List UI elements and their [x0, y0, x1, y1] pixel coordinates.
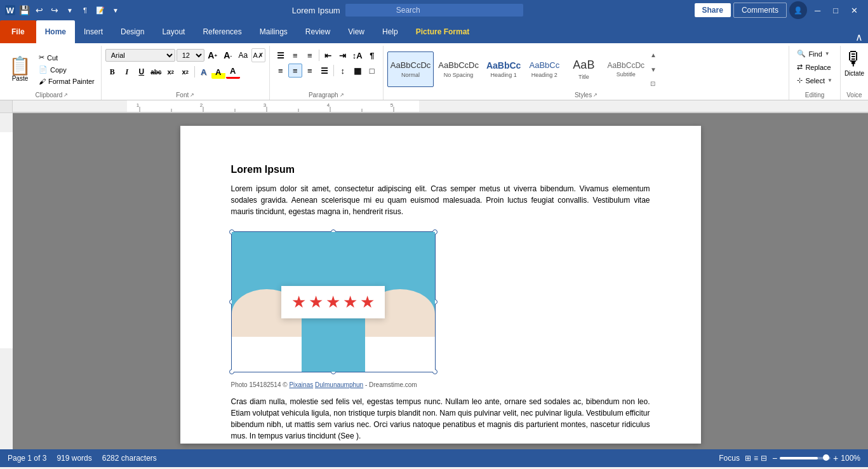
web-layout-button[interactable]: ⊟ [761, 454, 767, 463]
style-subtitle[interactable]: AaBbCcDc Subtitle [604, 51, 648, 87]
zoom-percent[interactable]: 100% [841, 454, 860, 463]
print-layout-button[interactable]: ⊞ [745, 454, 751, 463]
char-count[interactable]: 6282 characters [102, 454, 157, 463]
strikethrough-button[interactable]: abc [149, 65, 163, 79]
tab-insert[interactable]: Insert [75, 20, 112, 43]
more-options-button[interactable]: ▼ [110, 5, 121, 15]
tab-design[interactable]: Design [112, 20, 153, 43]
paste-icon: 📋 [9, 57, 31, 75]
decrease-indent-button[interactable]: ⇤ [321, 48, 335, 62]
word-count[interactable]: 919 words [57, 454, 91, 463]
user-avatar[interactable]: 👤 [789, 1, 807, 19]
format-painter-button[interactable]: 🖌 Format Painter [36, 76, 97, 86]
share-button[interactable]: Share [695, 3, 731, 17]
track-changes-button[interactable]: 📝 [95, 5, 105, 15]
tab-layout[interactable]: Layout [153, 20, 194, 43]
border-button[interactable]: □ [365, 64, 379, 78]
tab-view[interactable]: View [339, 20, 373, 43]
grow-font-button[interactable]: A+ [206, 48, 220, 62]
document-area[interactable]: Lorem Ipsum Lorem ipsum dolor sit amet, … [13, 113, 868, 449]
align-left-button[interactable]: ≡ [274, 64, 288, 78]
align-center-button[interactable]: ≡ [288, 64, 302, 78]
read-mode-button[interactable]: ≡ [754, 454, 758, 463]
paragraph-group-label[interactable]: Paragraph ↗ [274, 90, 379, 100]
style-heading1[interactable]: AaBbCc Heading 1 [483, 51, 524, 87]
caption-link-2[interactable]: Dulmunaumphun [315, 381, 363, 388]
tab-file[interactable]: File [0, 20, 36, 43]
zoom-in-button[interactable]: + [833, 453, 838, 463]
line-spacing-button[interactable]: ↕ [336, 64, 350, 78]
text-effects-button[interactable]: A [197, 65, 211, 79]
justify-button[interactable]: ☰ [317, 64, 331, 78]
zoom-slider[interactable] [780, 457, 831, 459]
search-input[interactable] [345, 4, 523, 17]
redo-button[interactable]: ↪ [50, 5, 60, 15]
change-case-button[interactable]: Aa [236, 48, 250, 62]
replace-button[interactable]: ⇄ Replace [793, 62, 836, 72]
tab-references[interactable]: References [194, 20, 250, 43]
subscript-button[interactable]: x2 [164, 65, 178, 79]
star-1: ★ [291, 292, 306, 312]
copy-button[interactable]: 📄 Copy [36, 64, 97, 75]
customize-quick-access-button[interactable]: ▼ [65, 5, 75, 15]
tab-help[interactable]: Help [373, 20, 407, 43]
style-no-spacing[interactable]: AaBbCcDc No Spacing [435, 51, 482, 87]
tab-review[interactable]: Review [297, 20, 339, 43]
undo-button[interactable]: ↩ [34, 5, 44, 15]
voice-group: 🎙 Dictate Voice [841, 46, 868, 100]
bold-button[interactable]: B [105, 65, 119, 79]
comments-button[interactable]: Comments [733, 3, 787, 18]
word-app-icon[interactable]: W [5, 5, 15, 15]
font-family-select[interactable]: Arial [105, 49, 175, 62]
font-color-button[interactable]: A [226, 65, 240, 79]
caption-link-1[interactable]: Pixainas [289, 381, 313, 388]
sort-button[interactable]: ↕A [351, 48, 364, 62]
italic-button[interactable]: I [120, 65, 134, 79]
show-markup-button[interactable]: ¶ [80, 5, 90, 15]
tab-mailings[interactable]: Mailings [251, 20, 297, 43]
numbered-list-button[interactable]: ≡ [288, 48, 302, 62]
styles-group: AaBbCcDc Normal AaBbCcDc No Spacing AaBb… [384, 46, 790, 100]
clipboard-group-label[interactable]: Clipboard ↗ [6, 90, 97, 100]
style-title[interactable]: AaB Title [564, 51, 603, 87]
save-button[interactable]: 💾 [19, 5, 29, 15]
style-heading2[interactable]: AaBbCc Heading 2 [525, 51, 563, 87]
increase-indent-button[interactable]: ⇥ [336, 48, 350, 62]
styles-more-button[interactable]: ⊡ [650, 80, 657, 87]
underline-button[interactable]: U [135, 65, 149, 79]
maximize-button[interactable]: □ [828, 0, 843, 20]
align-right-button[interactable]: ≡ [303, 64, 317, 78]
show-hide-button[interactable]: ¶ [365, 48, 379, 62]
page-info[interactable]: Page 1 of 3 [8, 454, 46, 463]
style-normal[interactable]: AaBbCcDc Normal [387, 51, 434, 87]
clear-formatting-button[interactable]: A✗ [251, 48, 265, 62]
close-button[interactable]: ✕ [846, 0, 863, 20]
superscript-button[interactable]: x2 [178, 65, 192, 79]
bullet-list-button[interactable]: ☰ [274, 48, 288, 62]
focus-button[interactable]: Focus [719, 454, 740, 463]
styles-scroll-down-button[interactable]: ▼ [650, 66, 657, 73]
tab-picture-format[interactable]: Picture Format [407, 20, 479, 43]
shrink-font-button[interactable]: A- [221, 48, 235, 62]
ribbon-collapse-button[interactable]: ∧ [850, 31, 868, 43]
tab-home[interactable]: Home [36, 20, 75, 43]
select-button[interactable]: ⊹ Select ▼ [793, 75, 836, 86]
highlight-color-button[interactable]: A [211, 65, 225, 79]
find-button[interactable]: 🔍 Find ▼ [793, 48, 836, 59]
styles-scroll-up-button[interactable]: ▲ [650, 51, 657, 58]
multilevel-list-button[interactable]: ≡ [303, 48, 317, 62]
selected-image-container[interactable]: ★ ★ ★ ★ ★ [231, 231, 436, 372]
minimize-button[interactable]: ─ [810, 0, 825, 20]
title-bar-left: W 💾 ↩ ↪ ▼ ¶ 📝 ▼ [5, 5, 121, 15]
dictate-button[interactable]: 🎙 Dictate [845, 46, 864, 90]
font-group-label[interactable]: Font ↗ [105, 90, 265, 100]
paste-button[interactable]: 📋 Paste [6, 48, 34, 90]
document-paragraph-2[interactable]: Cras diam nulla, molestie sed felis vel,… [231, 396, 650, 442]
font-size-select[interactable]: 12 [177, 49, 204, 62]
main-area: Lorem Ipsum Lorem ipsum dolor sit amet, … [0, 113, 868, 449]
zoom-out-button[interactable]: − [772, 453, 777, 463]
shading-button[interactable]: ▦ [351, 64, 364, 78]
document-paragraph-1[interactable]: Lorem ipsum dolor sit amet, consectetur … [231, 183, 650, 217]
cut-button[interactable]: ✂ Cut [36, 52, 97, 63]
styles-group-label[interactable]: Styles ↗ [387, 90, 785, 100]
